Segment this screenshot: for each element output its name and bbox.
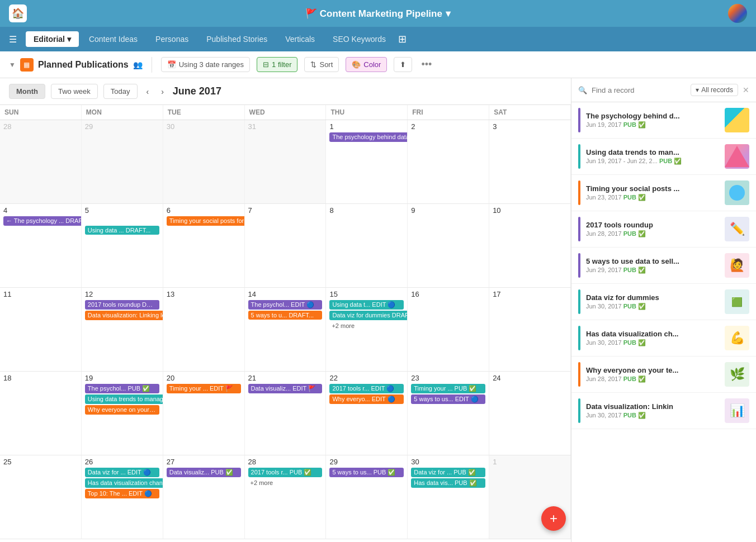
calendar-icon: 📅 — [167, 60, 176, 69]
more-options-icon[interactable]: ••• — [421, 59, 432, 70]
event-dataviz-for-edit[interactable]: Data viz for ... EDIT 🔵 — [85, 468, 159, 477]
view-title: Planned Publications — [38, 60, 129, 70]
app-header: 🏠 🚩 Content Marketing Pipeline ▾ — [0, 0, 756, 27]
event-top10-edit[interactable]: Top 10: The ... EDIT 🔵 — [85, 489, 159, 498]
item-meta-1: Jun 19, 2017 PUB ✅ — [586, 121, 719, 129]
day-18: 18 — [0, 372, 82, 455]
item-thumb-4: ✏️ — [725, 217, 749, 241]
event-why-everyo-edit[interactable]: Why everyo... EDIT 🔵 — [329, 394, 404, 404]
accent-bar-6 — [578, 289, 580, 314]
color-button[interactable]: 🎨 Color — [346, 57, 387, 72]
event-5ways-draft[interactable]: 5 ways to u... DRAFT... — [248, 311, 323, 320]
search-input[interactable] — [592, 86, 686, 94]
event-timing-pub[interactable]: Timing your ... PUB ✅ — [411, 384, 485, 393]
item-meta-6: Jun 30, 2017 PUB ✅ — [586, 303, 719, 310]
event-using-data-edit[interactable]: Using data t... EDIT 🔵 — [329, 300, 404, 310]
people-icon[interactable]: 👥 — [133, 60, 143, 69]
item-info-9: Data visualization: Linkin Jun 30, 2017 … — [586, 402, 719, 419]
event-5ways-edit[interactable]: 5 ways to us... EDIT 🔵 — [411, 394, 485, 404]
sidebar-item-4[interactable]: 2017 tools roundup Jun 28, 2017 PUB ✅ ✏️ — [571, 211, 756, 248]
month-view-btn[interactable]: Month — [9, 84, 45, 99]
day-3-jun: 3 — [489, 120, 571, 203]
event-psychology-thu[interactable]: The psychology behind data viz DRAFT 🚩 — [329, 132, 408, 142]
event-dataviz-dummies-draft[interactable]: Data viz for dummies DRAFT 🚩 — [329, 311, 408, 320]
tab-published-stories[interactable]: Published Stories — [199, 31, 275, 47]
tab-verticals[interactable]: Verticals — [277, 31, 323, 47]
avatar[interactable] — [728, 4, 747, 23]
sidebar-item-2[interactable]: Using data trends to man... Jun 19, 2017… — [571, 139, 756, 175]
sidebar-close-btn[interactable]: ✕ — [743, 85, 749, 94]
day-13: 13 — [163, 288, 245, 371]
sort-button[interactable]: ⇅ Sort — [304, 57, 339, 72]
item-meta-3: Jun 23, 2017 PUB ✅ — [586, 194, 719, 201]
header-mon: Mon — [82, 105, 163, 120]
app-logo[interactable]: 🏠 — [9, 4, 27, 22]
event-2017tools-draft[interactable]: 2017 tools roundup DRAFT 🚩 — [85, 300, 159, 310]
event-dataviz-edit[interactable]: Data visualiz... EDIT 🚩 — [248, 384, 323, 393]
event-dataviz-linking[interactable]: Data visualization: Linking left brain &… — [85, 311, 163, 320]
item-meta-9: Jun 30, 2017 PUB ✅ — [586, 412, 719, 419]
day-27: 27 Data visualiz... PUB ✅ — [163, 455, 245, 539]
more-link-w3[interactable]: +2 more — [329, 321, 357, 330]
tab-seo-keywords[interactable]: SEO Keywords — [325, 31, 394, 47]
collapse-icon[interactable]: ▼ — [9, 61, 16, 69]
day-24: 24 — [489, 372, 571, 455]
event-psychol-edit[interactable]: The psychol... EDIT 🔵 — [248, 300, 323, 310]
add-tab-icon[interactable]: ⊞ — [398, 33, 407, 45]
accent-bar-9 — [578, 398, 580, 423]
event-has-dataviz-changed[interactable]: Has data visualization changed the busin… — [85, 478, 163, 488]
sidebar-item-5[interactable]: 5 ways to use data to sell... Jun 29, 20… — [571, 248, 756, 284]
tab-personas[interactable]: Personas — [148, 31, 196, 47]
day-16: 16 — [408, 288, 489, 371]
all-records-filter[interactable]: ▾ All records — [691, 84, 738, 96]
add-fab-button[interactable]: + — [541, 506, 566, 531]
event-dataviz-pub[interactable]: Data visualiz... PUB ✅ — [167, 468, 241, 477]
sidebar-item-1[interactable]: The psychology behind d... Jun 19, 2017 … — [571, 102, 756, 139]
event-dataviz-dummies-pub[interactable]: Data viz for ... PUB ✅ — [411, 468, 485, 477]
item-thumb-7: 💪 — [725, 326, 749, 350]
day-20: 20 Timing your ... EDIT 🚩 — [163, 372, 245, 455]
day-4: 4 ← The psychology ... DRAFT 🚩 — [0, 204, 82, 287]
today-btn[interactable]: Today — [103, 84, 138, 99]
event-timing-social[interactable]: Timing your social posts for success DRA… — [167, 216, 245, 226]
tab-content-ideas[interactable]: Content Ideas — [81, 31, 145, 47]
day-30: 30 Data viz for ... PUB ✅ Has data vis..… — [408, 455, 489, 539]
event-5ways-pub[interactable]: 5 ways to us... PUB ✅ — [329, 468, 404, 477]
week-4: 18 19 The psychol... PUB ✅ Using data tr… — [0, 372, 571, 455]
sidebar-item-9[interactable]: Data visualization: Linkin Jun 30, 2017 … — [571, 393, 756, 429]
day-19: 19 The psychol... PUB ✅ Using data trend… — [82, 372, 163, 455]
hamburger-icon[interactable]: ☰ — [7, 32, 19, 47]
day-14: 14 The psychol... EDIT 🔵 5 ways to u... … — [245, 288, 327, 371]
item-info-4: 2017 tools roundup Jun 28, 2017 PUB ✅ — [586, 221, 719, 237]
event-using-data-mon[interactable]: Using data ... DRAFT... — [85, 226, 159, 235]
event-psychol-pub[interactable]: The psychol... PUB ✅ — [85, 384, 159, 393]
event-using-trends-pub[interactable]: Using data trends to manage your merchan… — [85, 394, 163, 404]
tab-editorial[interactable]: Editorial ▾ — [26, 31, 79, 47]
more-link-w5[interactable]: +2 more — [248, 478, 276, 487]
next-month-btn[interactable]: › — [158, 85, 167, 98]
date-ranges-button[interactable]: 📅 Using 3 date ranges — [161, 57, 250, 72]
sidebar-item-3[interactable]: Timing your social posts ... Jun 23, 201… — [571, 175, 756, 211]
event-psychology-sun[interactable]: ← The psychology ... DRAFT 🚩 — [3, 216, 82, 226]
two-week-view-btn[interactable]: Two week — [51, 84, 98, 99]
filter-button[interactable]: ⊟ 1 filter — [257, 57, 297, 72]
item-info-7: Has data visualization ch... Jun 30, 201… — [586, 330, 719, 346]
sidebar-item-6[interactable]: Data viz for dummies Jun 30, 2017 PUB ✅ … — [571, 284, 756, 320]
prev-month-btn[interactable]: ‹ — [143, 85, 153, 98]
event-2017tools-edit[interactable]: 2017 tools r... EDIT 🔵 — [329, 384, 404, 393]
event-2017tools-pub[interactable]: 2017 tools r... PUB ✅ — [248, 468, 323, 477]
item-meta-5: Jun 29, 2017 PUB ✅ — [586, 267, 719, 274]
header-sat: Sat — [489, 105, 571, 120]
sidebar-item-8[interactable]: Why everyone on your te... Jun 28, 2017 … — [571, 356, 756, 393]
app-title-arrow[interactable]: ▾ — [446, 8, 451, 20]
day-11: 11 — [0, 288, 82, 371]
week-2: 4 ← The psychology ... DRAFT 🚩 5 Using d… — [0, 204, 571, 288]
event-timing-edit[interactable]: Timing your ... EDIT 🚩 — [167, 384, 241, 393]
sidebar-search-bar: 🔍 ▾ All records ✕ — [571, 78, 756, 102]
sidebar-item-7[interactable]: Has data visualization ch... Jun 30, 201… — [571, 320, 756, 356]
event-why-everyone-draft[interactable]: Why everyone on your team need... DRAFT … — [85, 405, 159, 415]
item-info-2: Using data trends to man... Jun 19, 2017… — [586, 148, 719, 165]
export-button[interactable]: ⬆ — [394, 57, 412, 72]
event-has-dataviz-pub[interactable]: Has data vis... PUB ✅ — [411, 478, 485, 488]
day-29-may: 29 — [82, 120, 163, 203]
